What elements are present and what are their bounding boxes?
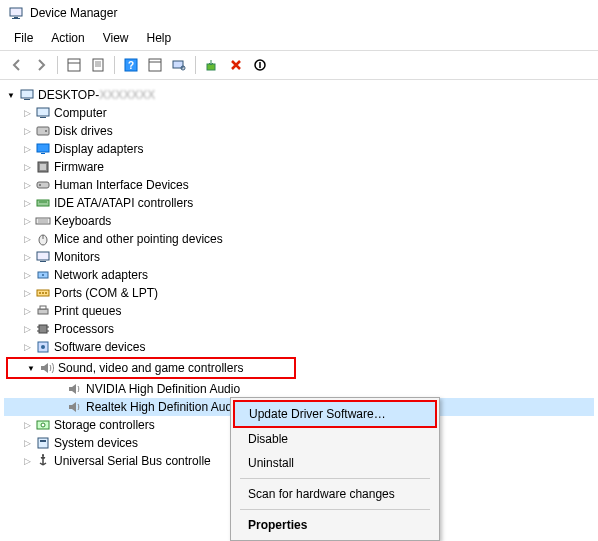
tree-item-label: Display adapters	[54, 142, 143, 156]
expand-icon[interactable]	[20, 270, 34, 280]
printer-icon	[35, 303, 51, 319]
tree-item-label: Ports (COM & LPT)	[54, 286, 158, 300]
svg-point-52	[41, 345, 45, 349]
device-manager-icon	[8, 5, 24, 21]
tree-item[interactable]: NVIDIA High Definition Audio	[4, 380, 594, 398]
expand-icon[interactable]	[24, 363, 38, 373]
ctx-uninstall[interactable]: Uninstall	[234, 451, 436, 475]
action-button[interactable]	[144, 54, 166, 76]
tree-item-label: System devices	[54, 436, 138, 450]
tree-item[interactable]: IDE ATA/ATAPI controllers	[4, 194, 594, 212]
tree-item-label: Storage controllers	[54, 418, 155, 432]
tree-item[interactable]: Disk drives	[4, 122, 594, 140]
tree-item[interactable]: Monitors	[4, 248, 594, 266]
expand-icon[interactable]	[20, 144, 34, 154]
svg-rect-5	[93, 59, 103, 71]
expand-icon[interactable]	[20, 456, 34, 466]
tree-root[interactable]: DESKTOP-XXXXXXX	[4, 86, 594, 104]
help-button[interactable]: ?	[120, 54, 142, 76]
tree-item-label: Processors	[54, 322, 114, 336]
svg-rect-26	[40, 164, 46, 170]
expand-icon[interactable]	[20, 420, 34, 430]
back-button[interactable]	[6, 54, 28, 76]
tree-item[interactable]: Network adapters	[4, 266, 594, 284]
disable-button[interactable]	[249, 54, 271, 76]
tree-item[interactable]: Print queues	[4, 302, 594, 320]
tree-item-label: Network adapters	[54, 268, 148, 282]
update-driver-button[interactable]	[201, 54, 223, 76]
tree-item[interactable]: Ports (COM & LPT)	[4, 284, 594, 302]
tree-item[interactable]: Human Interface Devices	[4, 176, 594, 194]
scan-hardware-button[interactable]	[168, 54, 190, 76]
computer-icon	[35, 105, 51, 121]
storage-icon	[35, 417, 51, 433]
svg-rect-18	[24, 99, 30, 100]
window-title: Device Manager	[30, 6, 117, 20]
menu-action[interactable]: Action	[43, 28, 92, 48]
tree-item-label: Disk drives	[54, 124, 113, 138]
ctx-update-driver[interactable]: Update Driver Software…	[235, 402, 435, 426]
tree-item[interactable]: Keyboards	[4, 212, 594, 230]
usb-icon	[35, 453, 51, 469]
svg-point-43	[45, 292, 47, 294]
svg-rect-17	[21, 90, 33, 98]
expand-icon[interactable]	[20, 180, 34, 190]
expand-icon[interactable]	[20, 108, 34, 118]
forward-button[interactable]	[30, 54, 52, 76]
speaker-icon	[67, 381, 83, 397]
svg-rect-24	[41, 153, 45, 154]
uninstall-button[interactable]	[225, 54, 247, 76]
properties-button[interactable]	[87, 54, 109, 76]
tree-item-label: Print queues	[54, 304, 121, 318]
port-icon	[35, 285, 51, 301]
menu-file[interactable]: File	[6, 28, 41, 48]
expand-icon[interactable]	[20, 198, 34, 208]
svg-rect-56	[40, 440, 46, 442]
svg-point-28	[39, 184, 41, 186]
tree-item-label: Monitors	[54, 250, 100, 264]
svg-rect-55	[38, 438, 48, 448]
tree-item-label: Computer	[54, 106, 107, 120]
tree-item[interactable]: Software devices	[4, 338, 594, 356]
tree-item[interactable]: Processors	[4, 320, 594, 338]
svg-rect-37	[40, 261, 46, 262]
expand-icon[interactable]	[20, 288, 34, 298]
tree-item[interactable]: Computer	[4, 104, 594, 122]
keyboard-icon	[35, 213, 51, 229]
tree-item[interactable]: Mice and other pointing devices	[4, 230, 594, 248]
tree-item-label: Realtek High Definition Audio	[86, 400, 241, 414]
display-icon	[35, 141, 51, 157]
svg-point-54	[41, 423, 45, 427]
expand-icon[interactable]	[20, 216, 34, 226]
tree-item-label: Mice and other pointing devices	[54, 232, 223, 246]
expand-icon[interactable]	[20, 162, 34, 172]
expand-icon[interactable]	[20, 126, 34, 136]
category-label: Sound, video and game controllers	[58, 361, 243, 375]
speaker-icon	[39, 360, 55, 376]
tree-item-label: Universal Serial Bus controlle	[54, 454, 211, 468]
ctx-disable[interactable]: Disable	[234, 427, 436, 451]
category-sound[interactable]: Sound, video and game controllers	[8, 359, 294, 377]
tree-item[interactable]: Display adapters	[4, 140, 594, 158]
expand-icon[interactable]	[20, 252, 34, 262]
menubar: File Action View Help	[0, 26, 598, 51]
show-hide-button[interactable]	[63, 54, 85, 76]
svg-point-39	[42, 274, 44, 276]
system-icon	[35, 435, 51, 451]
expand-icon[interactable]	[20, 438, 34, 448]
expand-icon[interactable]	[20, 234, 34, 244]
expand-icon[interactable]	[20, 306, 34, 316]
expand-icon[interactable]	[20, 342, 34, 352]
svg-rect-31	[36, 218, 50, 224]
root-label: DESKTOP-	[38, 88, 99, 102]
svg-point-22	[45, 130, 47, 132]
menu-view[interactable]: View	[95, 28, 137, 48]
tree-item[interactable]: Firmware	[4, 158, 594, 176]
expand-icon[interactable]	[4, 90, 18, 100]
speaker-icon	[67, 399, 83, 415]
cpu-icon	[35, 321, 51, 337]
tree-item-label: Firmware	[54, 160, 104, 174]
expand-icon[interactable]	[20, 324, 34, 334]
svg-rect-23	[37, 144, 49, 152]
menu-help[interactable]: Help	[139, 28, 180, 48]
